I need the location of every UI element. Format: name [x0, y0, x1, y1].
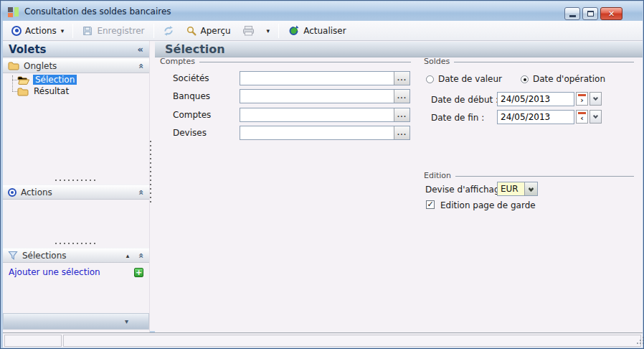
- banques-lookup-button[interactable]: ...: [394, 90, 409, 103]
- sidebar-item-selection[interactable]: Sélection: [17, 74, 77, 85]
- radio-label: Date d'opération: [533, 74, 605, 84]
- app-window: Consultation des soldes bancaires ✕ Acti…: [0, 0, 644, 349]
- sync-button[interactable]: [158, 22, 179, 39]
- group-rule: [454, 62, 634, 62]
- close-button[interactable]: ✕: [600, 7, 622, 20]
- toolbar-separator: [153, 24, 154, 38]
- date-start-input[interactable]: [498, 93, 574, 106]
- add-icon[interactable]: +: [134, 268, 143, 277]
- sync-icon: [163, 25, 174, 37]
- statusbar: [3, 332, 643, 348]
- panel-header-onglets[interactable]: Onglets «: [3, 58, 149, 73]
- refresh-button[interactable]: Actualiser: [283, 22, 351, 39]
- currency-dropdown-button[interactable]: [524, 182, 537, 195]
- splitter-handle[interactable]: [55, 243, 97, 244]
- panel-header-actions[interactable]: Actions «: [3, 185, 149, 200]
- radio-date-valeur[interactable]: Date de valeur: [426, 74, 502, 84]
- save-icon: [82, 25, 93, 37]
- radio-date-operation[interactable]: Date d'opération: [521, 74, 605, 84]
- collapsed-panel-bar[interactable]: ▾: [3, 313, 149, 330]
- save-label: Enregistrer: [97, 26, 144, 36]
- group-soldes: Soldes: [424, 57, 634, 66]
- panel-label: Sélections: [22, 251, 122, 261]
- save-button[interactable]: Enregistrer: [77, 22, 149, 39]
- tree-connector: [12, 80, 17, 80]
- next-icon: ›: [580, 96, 584, 104]
- comptes-lookup-button[interactable]: ...: [394, 108, 409, 121]
- panel-header-selections[interactable]: Sélections ▴ «: [3, 248, 149, 263]
- group-label: Edition: [424, 171, 451, 180]
- actions-target-icon: [8, 188, 16, 197]
- print-options-button[interactable]: ▾: [261, 24, 275, 37]
- minimize-button[interactable]: [564, 7, 580, 20]
- sidebar-header: Volets «: [3, 42, 149, 57]
- splitter-handle[interactable]: [55, 180, 97, 181]
- cover-page-checkbox[interactable]: ✓: [426, 200, 435, 209]
- toolbar: Actions ▾ Enregistrer Aperçu ▾ Actualise…: [3, 21, 643, 41]
- magnifier-icon: [186, 25, 197, 37]
- banques-input[interactable]: [240, 90, 394, 103]
- tree-item-label: Résultat: [32, 86, 71, 96]
- check-icon: ✓: [427, 201, 433, 208]
- date-end-input[interactable]: [498, 111, 574, 124]
- date-start-picker-button[interactable]: ›: [576, 92, 588, 106]
- tree-item-label: Sélection: [33, 75, 77, 85]
- tree-connector: [12, 75, 13, 91]
- radio-icon: [521, 75, 529, 83]
- currency-combo[interactable]: EUR: [497, 182, 538, 196]
- group-edition: Edition: [424, 171, 634, 180]
- resize-grip[interactable]: [637, 343, 638, 344]
- printer-icon: [242, 25, 255, 36]
- toolbar-separator: [72, 24, 73, 38]
- devises-lookup-button[interactable]: ...: [394, 126, 409, 139]
- societes-field: ...: [240, 71, 410, 85]
- filter-icon: [8, 251, 18, 260]
- add-selection-link[interactable]: Ajouter une sélection: [9, 267, 134, 277]
- window-title: Consultation des soldes bancaires: [24, 6, 171, 17]
- group-rule: [455, 176, 634, 177]
- chevron-down-icon: [593, 113, 598, 118]
- window-controls: ✕: [564, 7, 622, 20]
- group-comptes: Comptes: [160, 57, 411, 66]
- field-label-devises: Devises: [173, 128, 207, 138]
- preview-button[interactable]: Aperçu: [181, 22, 236, 39]
- status-cell-left: [4, 335, 62, 347]
- toolbar-separator: [278, 24, 279, 38]
- radio-label: Date de valeur: [438, 74, 502, 84]
- status-cell-right: [63, 335, 641, 347]
- societes-lookup-button[interactable]: ...: [394, 72, 409, 85]
- maximize-button[interactable]: [582, 7, 598, 20]
- chevron-down-icon: ▾: [125, 317, 128, 325]
- field-label-comptes: Comptes: [173, 110, 211, 120]
- tree-connector: [12, 91, 17, 92]
- main-panel: Sélection Comptes Sociétés ... Banques .…: [155, 41, 643, 332]
- maximize-icon: [587, 11, 594, 17]
- chevron-down-icon: [593, 95, 598, 100]
- collapse-panel-icon[interactable]: «: [136, 190, 146, 195]
- main-header: Sélection: [155, 42, 643, 57]
- actions-menu-button[interactable]: Actions ▾: [6, 23, 69, 39]
- comptes-input[interactable]: [240, 108, 394, 121]
- date-end-dropdown-button[interactable]: [589, 110, 602, 124]
- add-selection-row: Ajouter une sélection +: [3, 267, 149, 277]
- folder-icon: [17, 87, 29, 96]
- print-button[interactable]: [237, 22, 260, 39]
- sidebar-item-resultat[interactable]: Résultat: [17, 85, 71, 97]
- currency-value: EUR: [498, 182, 524, 195]
- preview-label: Aperçu: [201, 26, 231, 36]
- collapse-panel-icon[interactable]: «: [136, 253, 146, 259]
- group-label: Soldes: [424, 57, 450, 66]
- devises-field: ...: [240, 126, 410, 140]
- sidebar-splitter[interactable]: [150, 141, 151, 205]
- collapse-sidebar-icon[interactable]: «: [138, 44, 143, 55]
- societes-input[interactable]: [240, 72, 394, 85]
- date-end-picker-button[interactable]: ‹: [576, 110, 588, 124]
- titlebar: Consultation des soldes bancaires ✕: [1, 1, 643, 21]
- field-label-banques: Banques: [173, 91, 210, 101]
- banques-field: ...: [240, 89, 410, 103]
- devises-input[interactable]: [240, 126, 394, 139]
- date-start-dropdown-button[interactable]: [589, 92, 602, 106]
- cover-page-label: Edition page de garde: [440, 200, 536, 210]
- collapse-panel-icon[interactable]: «: [136, 63, 146, 69]
- scroll-up-icon[interactable]: ▴: [126, 252, 130, 259]
